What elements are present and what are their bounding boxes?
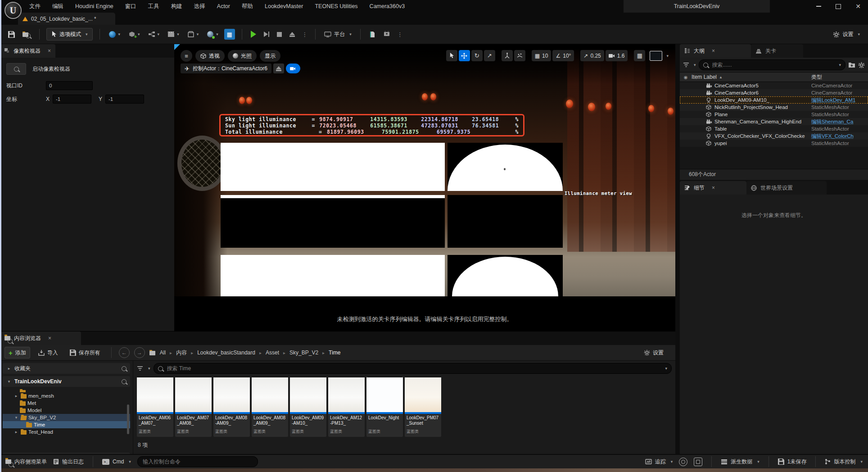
breadcrumb-item[interactable]: Sky_BP_V2: [289, 349, 318, 356]
camera-speed-control[interactable]: 1.6: [606, 50, 628, 61]
gear-icon[interactable]: [858, 62, 865, 68]
tree-item-model[interactable]: Model: [3, 407, 130, 414]
scale-tool[interactable]: ↗: [484, 50, 495, 61]
menu-window[interactable]: 窗口: [119, 0, 142, 13]
asset-search-input[interactable]: [166, 365, 660, 372]
asset-card[interactable]: LookDev_AM12-PM13_蓝图类: [328, 377, 365, 437]
outliner-search[interactable]: ▾: [699, 59, 845, 70]
tree-item-met[interactable]: Met: [3, 399, 130, 407]
level-viewport[interactable]: Sky light illuminance = 9874.90917 14315…: [174, 44, 675, 331]
tree-item-time[interactable]: Time: [3, 421, 130, 428]
edit-blueprint-link[interactable]: 编辑VFX_ColorCh: [811, 133, 866, 140]
toolbar-more-button[interactable]: ⋮: [396, 31, 404, 38]
content-browser-button[interactable]: [21, 28, 32, 41]
panel-splitter[interactable]: [675, 44, 680, 454]
breadcrumb-item[interactable]: All: [160, 349, 166, 356]
create-dropdown[interactable]: ▾: [107, 28, 122, 41]
add-actor-dropdown[interactable]: + ▾: [126, 28, 142, 41]
new-folder-icon[interactable]: [848, 62, 855, 68]
edit-blueprint-link[interactable]: 编辑LookDev_AM1: [811, 97, 866, 104]
scale-snap-toggle[interactable]: ↗0.25: [580, 50, 604, 61]
item-label-column[interactable]: Item Label: [692, 74, 717, 80]
coordinate-y-field[interactable]: [105, 95, 144, 104]
outliner-row[interactable]: VFX_ColorChecker_VFX_ColorChecke编辑VFX_Co…: [680, 132, 868, 140]
trace-dropdown[interactable]: 追踪 ▾: [645, 458, 673, 466]
output-log-button[interactable]: 输出日志: [53, 458, 84, 466]
cmd-dropdown[interactable]: >_ Cmd ▾: [102, 458, 131, 465]
menu-edit[interactable]: 编辑: [46, 0, 69, 13]
save-button[interactable]: [6, 28, 17, 41]
stop-button[interactable]: [275, 28, 284, 41]
tree-item-men-mesh[interactable]: ▸men_mesh: [3, 392, 130, 399]
outliner-row[interactable]: Shenman_Camera_Cinema_HighEnd编辑Shenman_C…: [680, 118, 868, 125]
select-tool[interactable]: [446, 50, 457, 61]
select-mode-dropdown[interactable]: 选项模式 ▾: [46, 28, 93, 41]
start-pixel-inspector-button[interactable]: [6, 63, 26, 75]
stop-piloting-button[interactable]: [273, 64, 284, 73]
outliner-header[interactable]: ◉ Item Label ▲ 类型: [680, 72, 868, 82]
snapshot-icon[interactable]: [694, 458, 702, 466]
tab-details[interactable]: 细节 ×: [680, 181, 746, 195]
device-preview-button[interactable]: [381, 28, 392, 41]
asset-card[interactable]: LookDev_PM07_Sunset蓝图类: [405, 377, 441, 437]
tab-outliner[interactable]: 大纲 ×: [680, 44, 751, 58]
close-icon[interactable]: ×: [712, 48, 715, 54]
console-command-input[interactable]: [142, 458, 253, 465]
menu-file[interactable]: 文件: [23, 0, 46, 13]
derived-data-dropdown[interactable]: 派生数据 ▾: [721, 458, 760, 466]
menu-help[interactable]: 帮助: [236, 0, 259, 13]
outliner-row[interactable]: NickRutlinh_ProjectSnow_HeadStaticMeshAc…: [680, 104, 868, 111]
tab-pixel-inspector[interactable]: 像素检视器 ×: [0, 44, 55, 58]
menu-camera360v3[interactable]: Camera360v3: [364, 0, 411, 13]
forward-button[interactable]: →: [134, 347, 145, 358]
search-icon[interactable]: [122, 366, 127, 371]
outliner-row[interactable]: CineCameraActor5CineCameraActor: [680, 82, 868, 89]
coordinate-x-field[interactable]: [53, 95, 91, 104]
asset-card[interactable]: LookDev_AM08-AM09_蓝图类: [213, 377, 250, 437]
shaderball-dropdown[interactable]: ▾: [204, 28, 220, 41]
outliner-row[interactable]: yupeiStaticMeshActor: [680, 140, 868, 147]
content-drawer-button[interactable]: 内容侧滑菜单: [5, 458, 47, 466]
console-command-bar[interactable]: [137, 456, 258, 467]
level-tab[interactable]: 02_05_Lookdev_basic_... *: [18, 13, 115, 25]
grid-snap-toggle[interactable]: ▦10: [532, 50, 552, 61]
filter-icon[interactable]: [137, 366, 143, 371]
viewport-id-field[interactable]: [46, 81, 93, 90]
tab-content-browser[interactable]: 内容浏览器 ×: [0, 331, 81, 345]
tree-item-clipped[interactable]: [3, 389, 130, 392]
pilot-actor-indicator[interactable]: ✈ 控制Actor：CineCameraActor6: [181, 64, 271, 73]
world-space-toggle[interactable]: [502, 50, 513, 61]
breadcrumb-item[interactable]: Asset: [266, 349, 279, 356]
surface-snap-toggle[interactable]: [514, 50, 525, 61]
platforms-dropdown[interactable]: 平台 ▾: [322, 28, 353, 41]
unsaved-indicator[interactable]: 1未保存: [778, 458, 807, 466]
outliner-search-input[interactable]: [711, 61, 834, 68]
move-tool[interactable]: [459, 50, 470, 61]
insights-icon[interactable]: [679, 458, 687, 466]
asset-search[interactable]: ▾: [154, 363, 672, 374]
play-button[interactable]: [249, 28, 258, 41]
import-button[interactable]: 导入: [35, 347, 62, 358]
tree-item-test-head[interactable]: ▸Test_Head: [3, 428, 130, 436]
lit-mode-dropdown[interactable]: 光照: [228, 50, 257, 62]
settings-dropdown[interactable]: 设置 ▾: [831, 28, 862, 41]
menu-build[interactable]: 构建: [165, 0, 188, 13]
filter-icon[interactable]: [683, 63, 689, 68]
menu-select[interactable]: 选择: [188, 0, 211, 13]
close-icon[interactable]: ×: [712, 185, 715, 191]
menu-teones-utilities[interactable]: TEONES Utilities: [309, 0, 363, 13]
edit-blueprint-link[interactable]: 编辑Shenman_Ca: [811, 118, 866, 125]
maximize-viewport-button[interactable]: ▦: [634, 50, 645, 61]
play-options-button[interactable]: ⋮: [301, 31, 308, 38]
tree-item-sky-bp-v2[interactable]: ▾Sky_BP_V2: [3, 414, 130, 421]
perspective-dropdown[interactable]: 透视: [195, 50, 225, 62]
outliner-row[interactable]: CineCameraActor6CineCameraActor: [680, 89, 868, 96]
plugin-blue-button[interactable]: ▦: [224, 29, 235, 40]
asset-card[interactable]: LookDev_Night蓝图类: [366, 377, 403, 437]
rotation-snap-toggle[interactable]: ∠10°: [552, 50, 574, 61]
viewport-layout-dropdown[interactable]: ▾: [646, 50, 672, 61]
close-icon[interactable]: ×: [48, 48, 51, 54]
close-button[interactable]: ✕: [848, 0, 868, 13]
breadcrumb-item[interactable]: 内容: [176, 349, 187, 357]
eject-button[interactable]: [288, 28, 297, 41]
